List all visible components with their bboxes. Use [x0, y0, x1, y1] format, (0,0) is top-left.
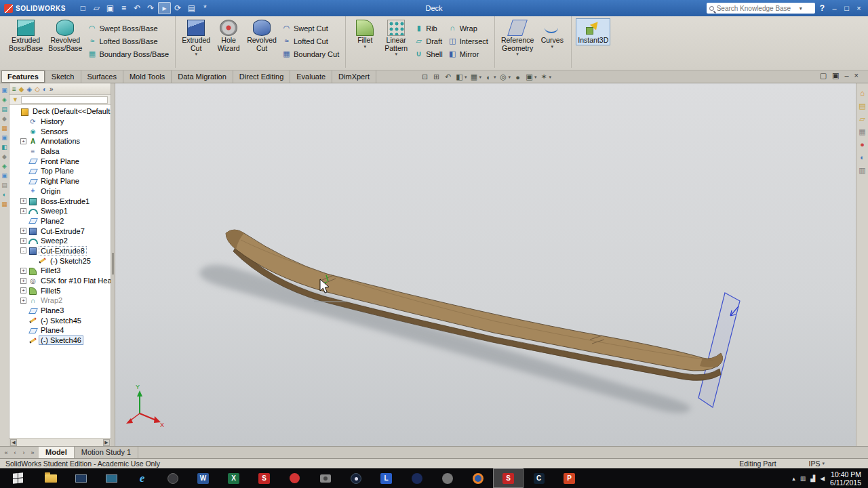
side-toolbar-icon[interactable]: ◆: [2, 115, 7, 123]
tree-horizontal-scrollbar[interactable]: ◀ ▶: [9, 438, 111, 446]
new-document-icon[interactable]: □: [77, 2, 90, 14]
taskbar-app-slot[interactable]: [66, 468, 96, 488]
view-orientation-icon[interactable]: ▦▾: [470, 73, 482, 81]
edit-appearance-icon[interactable]: ●: [513, 73, 522, 81]
rib-button[interactable]: Rib: [412, 22, 444, 35]
print-icon[interactable]: ≡: [117, 2, 130, 14]
lofted-boss-base-button[interactable]: Lofted Boss/Base: [85, 35, 171, 47]
shell-button[interactable]: Shell: [412, 47, 444, 60]
tree-item[interactable]: + Fillet3: [9, 266, 111, 276]
tree-item[interactable]: + Fillet5: [9, 285, 111, 296]
search-scope-caret-icon[interactable]: ▾: [800, 5, 802, 12]
expand-toggle[interactable]: +: [20, 138, 26, 144]
view-settings-icon[interactable]: ✶▾: [540, 73, 552, 81]
taskbar-app-slot[interactable]: [462, 468, 493, 488]
file-explorer-icon[interactable]: ▱: [859, 115, 865, 123]
scroll-left-icon[interactable]: ◀: [10, 439, 17, 446]
tree-filter-input[interactable]: [21, 96, 108, 104]
hole-wizard-button[interactable]: HoleWizard: [214, 18, 243, 53]
action-center-icon[interactable]: ▥: [800, 475, 806, 482]
prev-tab-button[interactable]: ‹: [11, 449, 19, 456]
expand-toggle[interactable]: +: [20, 287, 26, 293]
extruded-cut-button[interactable]: ExtrudedCut: [180, 18, 212, 57]
command-tab[interactable]: DimXpert: [332, 70, 376, 83]
command-tab[interactable]: Data Migration: [172, 70, 233, 83]
zoom-to-fit-icon[interactable]: ⊡: [420, 73, 429, 81]
select-tool-icon[interactable]: ▸: [158, 2, 171, 14]
command-tab[interactable]: Mold Tools: [123, 70, 172, 83]
taskbar-app-slot[interactable]: [157, 468, 188, 488]
taskbar-app-slot[interactable]: [279, 468, 310, 488]
last-tab-button[interactable]: »: [28, 449, 37, 456]
save-icon[interactable]: ▣: [104, 2, 117, 14]
volume-icon[interactable]: ◀: [820, 475, 825, 482]
tree-item[interactable]: Top Plane: [9, 166, 111, 176]
lofted-cut-button[interactable]: Lofted Cut: [280, 35, 341, 47]
feature-manager-tab-icon[interactable]: ≡: [12, 85, 16, 93]
filter-funnel-icon[interactable]: ▼: [12, 96, 18, 103]
command-tab[interactable]: Direct Editing: [233, 70, 290, 83]
hide-show-items-icon[interactable]: ◎▾: [499, 73, 511, 81]
fillet-button[interactable]: Fillet: [350, 18, 380, 49]
tree-item[interactable]: (-) Sketch25: [9, 256, 111, 266]
dimxpert-manager-tab-icon[interactable]: ◇: [35, 85, 40, 93]
taskbar-app-slot[interactable]: [401, 468, 432, 488]
graphics-viewport[interactable]: Y X: [115, 83, 856, 446]
expand-toggle[interactable]: +: [20, 208, 26, 214]
side-toolbar-icon[interactable]: ▦: [1, 125, 7, 132]
expand-toggle[interactable]: +: [20, 298, 26, 304]
units-selector[interactable]: IPS: [809, 460, 825, 468]
taskbar-app-slot[interactable]: e: [127, 468, 157, 488]
display-manager-tab-icon[interactable]: ◐: [43, 85, 47, 93]
taskbar-app-slot[interactable]: X: [218, 468, 249, 488]
wrap-button[interactable]: Wrap: [446, 22, 490, 35]
tree-item[interactable]: Deck (Default<<Default...: [9, 106, 111, 117]
intersect-button[interactable]: Intersect: [446, 35, 490, 47]
solidworks-resources-icon[interactable]: ⌂: [860, 89, 865, 97]
taskbar-clock[interactable]: 10:40 PM 6/11/2015: [830, 470, 861, 487]
side-toolbar-icon[interactable]: ◈: [2, 163, 7, 170]
side-toolbar-icon[interactable]: ▤: [1, 182, 7, 189]
first-tab-button[interactable]: «: [2, 449, 10, 456]
tree-item[interactable]: + Sweep1: [9, 206, 111, 216]
tree-item[interactable]: + Wrap2: [9, 296, 111, 306]
network-icon[interactable]: ▟: [810, 475, 815, 482]
taskbar-app-slot[interactable]: [310, 468, 340, 488]
taskbar-app-slot[interactable]: S: [249, 468, 279, 488]
boundary-boss-base-button[interactable]: Boundary Boss/Base: [85, 47, 171, 60]
draft-button[interactable]: Draft: [412, 35, 444, 47]
curves-button[interactable]: Curves: [537, 18, 567, 49]
help-button[interactable]: ?: [820, 3, 825, 13]
instant3d-button[interactable]: Instant3D: [576, 18, 610, 45]
view-palette-icon[interactable]: ▦: [859, 127, 865, 136]
next-tab-button[interactable]: ›: [20, 449, 28, 456]
reference-geometry-button[interactable]: ReferenceGeometry: [499, 18, 536, 57]
tree-item[interactable]: Right Plane: [9, 176, 111, 186]
linear-pattern-button[interactable]: LinearPattern: [381, 18, 411, 57]
start-button[interactable]: [0, 468, 35, 488]
tree-item[interactable]: Balsa: [9, 146, 111, 157]
tree-item[interactable]: + CSK for #10 Flat Head M...: [9, 276, 111, 286]
viewport-windows-icon[interactable]: ▣: [832, 71, 839, 80]
tree-item[interactable]: - Cut-Extrude8: [9, 246, 111, 256]
expand-toggle[interactable]: -: [20, 247, 26, 253]
expand-toggle[interactable]: +: [20, 228, 26, 234]
configuration-manager-tab-icon[interactable]: ◈: [27, 85, 33, 93]
command-tab[interactable]: Evaluate: [290, 70, 332, 83]
open-document-icon[interactable]: ▱: [90, 2, 103, 14]
search-input[interactable]: [717, 5, 797, 12]
command-tab[interactable]: Surfaces: [81, 70, 123, 83]
side-toolbar-icon[interactable]: ▤: [1, 106, 7, 113]
redo-icon[interactable]: ↷: [144, 2, 157, 14]
rebuild-icon[interactable]: ⟳: [172, 2, 184, 14]
zoom-to-area-icon[interactable]: ⊞: [432, 73, 441, 81]
options-icon[interactable]: *: [199, 2, 212, 14]
display-style-icon[interactable]: ◐▾: [484, 73, 496, 81]
tree-item[interactable]: (-) Sketch45: [9, 315, 111, 325]
taskbar-app-slot[interactable]: [35, 468, 66, 488]
side-toolbar-icon[interactable]: ▦: [1, 201, 7, 208]
expand-toggle[interactable]: +: [20, 278, 26, 284]
tree-item[interactable]: Plane2: [9, 216, 111, 226]
viewport-canvas[interactable]: Y X: [115, 83, 856, 446]
side-toolbar-icon[interactable]: ▣: [1, 134, 7, 142]
